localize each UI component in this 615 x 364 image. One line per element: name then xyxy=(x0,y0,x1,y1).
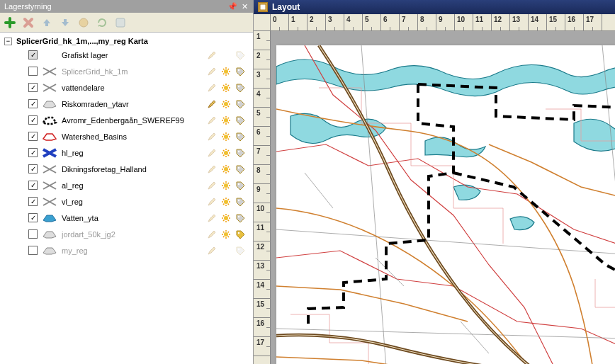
svg-point-13 xyxy=(238,118,239,119)
layer-row[interactable]: vl_reg xyxy=(0,193,253,210)
layer-visibility-checkbox[interactable] xyxy=(28,229,38,239)
svg-point-16 xyxy=(224,151,228,155)
svg-point-9 xyxy=(238,85,239,86)
tag-icon[interactable] xyxy=(235,196,246,207)
ruler-tick: 12 xyxy=(492,14,510,31)
tag-icon[interactable] xyxy=(235,212,246,224)
tag-icon[interactable] xyxy=(235,229,246,240)
layout-titlebar: Layout xyxy=(254,0,615,14)
layer-visibility-checkbox[interactable] xyxy=(28,83,38,92)
layer-visibility-checkbox[interactable] xyxy=(28,50,38,59)
layer-visibility-checkbox[interactable] xyxy=(28,67,38,76)
style-icon[interactable] xyxy=(220,115,232,126)
layer-visibility-checkbox[interactable] xyxy=(28,164,38,174)
tag-icon[interactable] xyxy=(235,131,246,142)
style-icon[interactable] xyxy=(220,66,232,77)
layer-symbol-icon xyxy=(42,229,57,239)
edit-icon[interactable] xyxy=(206,98,218,110)
close-icon[interactable]: ✕ xyxy=(240,2,249,11)
map-canvas xyxy=(276,45,615,364)
edit-icon[interactable] xyxy=(206,212,218,224)
layer-panel: Lagerstyrning 📌 ✕ − SplicerGr xyxy=(0,0,254,364)
layer-symbol-icon xyxy=(42,132,57,142)
properties-button[interactable] xyxy=(113,16,128,30)
layer-symbol-icon xyxy=(42,246,57,256)
layer-row[interactable]: al_reg xyxy=(0,177,253,193)
style-icon[interactable] xyxy=(220,196,232,207)
layer-row[interactable]: vattendelare xyxy=(0,79,253,96)
style-icon[interactable] xyxy=(220,131,232,142)
ruler-tick: 6 xyxy=(254,127,271,146)
layer-row[interactable]: Avromr_Edenbergaån_SWEREF99 xyxy=(0,112,253,128)
layer-name-label: vattendelare xyxy=(62,84,202,92)
tag-icon[interactable] xyxy=(235,50,246,61)
tag-icon[interactable] xyxy=(235,180,246,191)
remove-layer-button[interactable] xyxy=(21,16,35,30)
edit-icon[interactable] xyxy=(206,66,218,77)
tag-icon[interactable] xyxy=(235,147,246,159)
edit-icon[interactable] xyxy=(206,115,218,126)
svg-rect-0 xyxy=(45,23,48,26)
edit-icon[interactable] xyxy=(206,50,218,61)
layer-visibility-checkbox[interactable] xyxy=(28,197,38,206)
globe-button[interactable] xyxy=(77,16,91,30)
style-icon[interactable] xyxy=(220,229,232,240)
style-icon[interactable] xyxy=(220,82,232,93)
map-viewport[interactable] xyxy=(271,31,615,364)
layer-row[interactable]: SplicerGrid_hk_1m xyxy=(0,63,253,79)
layer-row[interactable]: Vatten_yta xyxy=(0,210,253,226)
edit-icon[interactable] xyxy=(206,229,218,240)
layer-row[interactable]: Watershed_Basins xyxy=(0,128,253,144)
layer-name-label: Grafiskt lager xyxy=(62,51,202,59)
edit-icon[interactable] xyxy=(206,131,218,142)
style-icon[interactable] xyxy=(220,180,232,191)
move-down-button[interactable] xyxy=(58,16,72,30)
layer-visibility-checkbox[interactable] xyxy=(28,132,38,141)
edit-icon[interactable] xyxy=(206,82,218,93)
refresh-button[interactable] xyxy=(95,16,109,30)
layer-visibility-checkbox[interactable] xyxy=(28,115,38,125)
edit-icon[interactable] xyxy=(206,245,218,256)
layer-name-label: Dikningsforetag_Halland xyxy=(62,165,202,174)
collapse-icon[interactable]: − xyxy=(4,38,12,45)
pin-icon[interactable]: 📌 xyxy=(227,2,236,11)
tag-icon[interactable] xyxy=(235,245,246,256)
layer-action-icons xyxy=(206,66,253,77)
edit-icon[interactable] xyxy=(206,196,218,207)
add-layer-button[interactable] xyxy=(3,16,17,30)
tree-root[interactable]: − SplicerGrid_hk_1m,...,my_reg Karta xyxy=(0,35,253,47)
layer-visibility-checkbox[interactable] xyxy=(28,181,38,190)
edit-icon[interactable] xyxy=(206,164,218,175)
layer-row[interactable]: Grafiskt lager xyxy=(0,47,253,63)
layer-row[interactable]: jordart_50k_jg2 xyxy=(0,226,253,242)
tag-icon[interactable] xyxy=(235,115,246,126)
layer-row[interactable]: Riskomraden_ytavr xyxy=(0,96,253,112)
edit-icon[interactable] xyxy=(206,180,218,191)
ruler-tick: 16 xyxy=(565,14,584,31)
layer-visibility-checkbox[interactable] xyxy=(28,148,38,157)
layer-visibility-checkbox[interactable] xyxy=(28,213,38,222)
tag-icon[interactable] xyxy=(235,66,246,77)
tag-icon[interactable] xyxy=(235,82,246,93)
vertical-ruler: 1234567891011121314151617 xyxy=(254,31,271,364)
style-icon[interactable] xyxy=(220,98,232,110)
style-icon[interactable] xyxy=(220,164,232,175)
ruler-tick: 17 xyxy=(584,14,602,31)
svg-point-6 xyxy=(224,69,228,74)
layer-name-label: hl_reg xyxy=(62,149,202,157)
layer-visibility-checkbox[interactable] xyxy=(28,99,38,108)
layer-row[interactable]: my_reg xyxy=(0,242,253,258)
tag-icon[interactable] xyxy=(235,98,246,110)
svg-point-14 xyxy=(224,135,228,139)
tag-icon[interactable] xyxy=(235,164,246,175)
svg-point-24 xyxy=(224,216,228,220)
ruler-tick: 14 xyxy=(254,280,271,299)
layer-row[interactable]: Dikningsforetag_Halland xyxy=(0,161,253,177)
layer-row[interactable]: hl_reg xyxy=(0,144,253,161)
style-icon[interactable] xyxy=(220,212,232,224)
move-up-button[interactable] xyxy=(40,16,54,30)
ruler-tick: 14 xyxy=(529,14,547,31)
style-icon[interactable] xyxy=(220,147,232,159)
edit-icon[interactable] xyxy=(206,147,218,159)
layer-visibility-checkbox[interactable] xyxy=(28,246,38,255)
